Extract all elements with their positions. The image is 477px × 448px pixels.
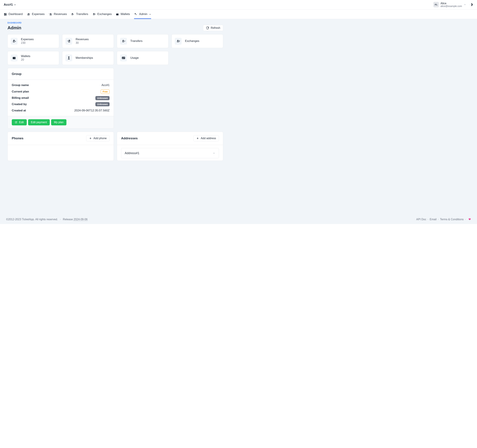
stat-value: 20 <box>21 58 30 62</box>
add-address-button[interactable]: Add address <box>193 135 219 141</box>
svg-rect-41 <box>177 42 179 42</box>
svg-rect-15 <box>72 14 72 15</box>
edit-button[interactable]: Edit <box>12 119 27 125</box>
stat-value: 230 <box>21 41 34 45</box>
billing-label: Billing email <box>12 96 29 100</box>
id-card-icon <box>122 56 125 60</box>
nav-label: Transfers <box>76 12 88 16</box>
button-label: Add phone <box>94 137 107 140</box>
svg-point-25 <box>136 14 137 15</box>
footer-link-email[interactable]: Email <box>430 217 436 221</box>
svg-point-23 <box>118 14 118 14</box>
svg-rect-18 <box>93 14 93 15</box>
svg-rect-19 <box>94 14 94 15</box>
button-label: Add address <box>201 137 216 140</box>
add-phone-button[interactable]: Add phone <box>86 135 110 141</box>
footer-copyright: ©2012-2023 TicketApp. All rights reserve… <box>6 218 58 221</box>
my-plan-button[interactable]: My plan <box>51 119 66 125</box>
svg-rect-6 <box>29 14 29 15</box>
chevron-down-icon <box>464 3 466 6</box>
breadcrumb[interactable]: DASHBOARD <box>7 21 223 24</box>
footer-release-prefix: Release <box>63 218 74 221</box>
svg-rect-28 <box>14 41 15 42</box>
svg-rect-17 <box>72 15 73 15</box>
nav-admin[interactable]: Admin <box>134 10 151 19</box>
bank-out-icon <box>12 39 16 43</box>
creator-label: Created by <box>12 102 27 107</box>
dashboard-icon <box>4 13 7 16</box>
svg-rect-21 <box>93 15 95 15</box>
stat-value: 30 <box>76 41 89 45</box>
svg-rect-8 <box>27 15 30 15</box>
moon-icon <box>470 3 473 6</box>
stat-card-revenues[interactable]: Revenues 30 <box>62 34 114 48</box>
chevron-down-icon <box>149 13 151 15</box>
plan-label: Current plan <box>12 90 29 94</box>
edit-icon <box>15 121 17 124</box>
svg-rect-49 <box>124 58 125 58</box>
person-icon <box>67 56 71 60</box>
nav-label: Dashboard <box>9 12 23 16</box>
theme-toggle[interactable] <box>469 3 473 7</box>
address-item[interactable]: Address#1 <box>121 148 219 158</box>
billing-value: Unknown <box>95 96 110 100</box>
svg-rect-31 <box>69 41 69 42</box>
stat-card-wallets[interactable]: Wallets 20 <box>7 51 59 65</box>
svg-rect-7 <box>29 14 30 15</box>
stat-card-expenses[interactable]: Expenses 230 <box>7 34 59 48</box>
chevron-down-icon <box>213 152 215 155</box>
user-menu[interactable]: AL Alice alice@example.com <box>433 2 466 7</box>
svg-rect-10 <box>50 14 51 15</box>
user-email: alice@example.com <box>441 5 462 7</box>
svg-rect-11 <box>51 14 51 15</box>
nav-exchanges[interactable]: Exchanges <box>92 10 112 19</box>
stat-label: Expenses <box>21 37 34 41</box>
svg-rect-32 <box>70 41 70 42</box>
exchange-icon <box>176 39 180 43</box>
nav-revenues[interactable]: Revenues <box>49 10 67 19</box>
edit-payment-button[interactable]: Edit payment <box>28 119 50 125</box>
chevron-down-icon <box>14 4 16 6</box>
bank-in-icon <box>49 13 52 16</box>
heart-icon <box>468 218 471 221</box>
svg-rect-16 <box>73 14 73 15</box>
stat-card-memberships[interactable]: Memberships <box>62 51 114 65</box>
group-name-value: Acc#1 <box>101 83 110 87</box>
svg-rect-14 <box>72 14 72 15</box>
nav-wallets[interactable]: Wallets <box>116 10 130 19</box>
svg-rect-39 <box>178 41 178 42</box>
nav-dashboard[interactable]: Dashboard <box>4 10 23 19</box>
addresses-panel: Addresses Add address Address#1 <box>117 132 223 161</box>
nav-expenses[interactable]: Expenses <box>27 10 45 19</box>
creator-value: Unknown <box>95 102 110 106</box>
stat-card-usage[interactable]: Usage <box>117 51 168 65</box>
svg-rect-4 <box>28 14 28 15</box>
refresh-button[interactable]: Refresh <box>203 25 223 31</box>
plus-icon <box>89 137 92 140</box>
svg-rect-0 <box>4 13 5 14</box>
svg-rect-38 <box>177 41 178 42</box>
transfer-icon <box>122 39 125 43</box>
svg-point-45 <box>68 57 69 58</box>
svg-rect-1 <box>6 13 6 14</box>
wallet-icon <box>12 56 16 60</box>
panel-title: Group <box>8 68 114 80</box>
svg-rect-5 <box>28 14 29 15</box>
footer-link-api[interactable]: API Doc <box>416 217 426 221</box>
stat-label: Usage <box>130 56 139 60</box>
panel-title: Addresses <box>121 136 138 141</box>
exchange-icon <box>92 13 96 16</box>
svg-rect-37 <box>122 42 124 42</box>
svg-rect-44 <box>68 57 69 57</box>
account-switcher[interactable]: Acc#1 <box>4 2 16 7</box>
panel-title: Phones <box>12 136 24 141</box>
svg-rect-36 <box>124 41 124 42</box>
nav-transfers[interactable]: Transfers <box>71 10 88 19</box>
stat-card-transfers[interactable]: Transfers <box>117 34 168 48</box>
svg-rect-20 <box>94 14 94 15</box>
nav-label: Expenses <box>32 12 45 16</box>
stat-card-exchanges[interactable]: Exchanges <box>172 34 223 48</box>
page-title: Admin <box>7 25 21 31</box>
footer-link-terms[interactable]: Terms & Conditions <box>440 217 464 221</box>
group-name-label: Group name <box>12 83 29 87</box>
